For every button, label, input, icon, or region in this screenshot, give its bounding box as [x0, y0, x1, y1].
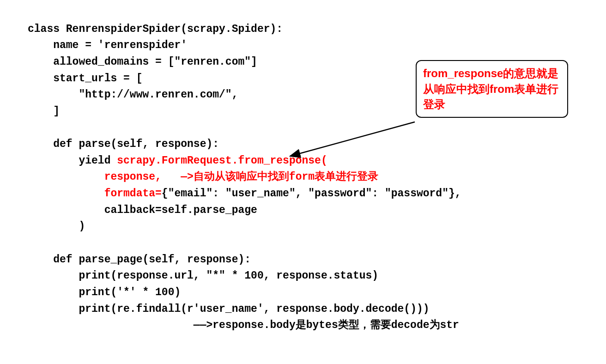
code-line: def parse(self, response):	[28, 138, 219, 150]
code-line: class RenrenspiderSpider(scrapy.Spider):	[28, 23, 283, 35]
code-line: ——>response.body是bytes类型，需要decode为str	[28, 319, 459, 331]
code-line: print(re.findall(r'user_name', response.…	[28, 303, 430, 315]
code-line: response, —>自动从该响应中找到form表单进行登录	[28, 171, 378, 183]
code-line: callback=self.parse_page	[28, 204, 257, 216]
code-line: name = 'renrenspider'	[28, 39, 187, 51]
code-line: print('*' * 100)	[28, 286, 181, 298]
code-line: yield scrapy.FormRequest.from_response(	[28, 155, 327, 167]
code-line: print(response.url, "*" * 100, response.…	[28, 270, 378, 282]
code-line: formdata={"email": "user_name", "passwor…	[28, 188, 461, 200]
code-line: def parse_page(self, response):	[28, 254, 251, 266]
code-line: start_urls = [	[28, 73, 142, 85]
callout-box: from_response的意思就是从响应中找到from表单进行登录	[416, 60, 568, 118]
code-line: ]	[28, 105, 60, 117]
code-line: allowed_domains = ["renren.com"]	[28, 56, 257, 68]
highlight-formrequest: scrapy.FormRequest.from_response(	[117, 155, 327, 167]
code-line: )	[28, 220, 85, 232]
annotation-auto-form: —>自动从该响应中找到form表单进行登录	[181, 171, 378, 183]
code-block: class RenrenspiderSpider(scrapy.Spider):…	[28, 5, 461, 334]
callout-text: from_response的意思就是从响应中找到from表单进行登录	[423, 67, 558, 110]
code-line: "http://www.renren.com/",	[28, 89, 238, 101]
